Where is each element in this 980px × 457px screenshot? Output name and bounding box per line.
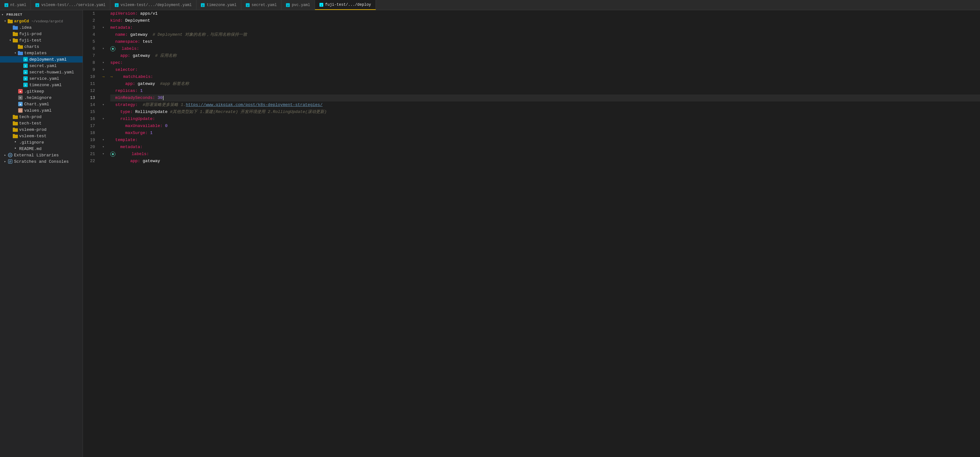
code-white-value: gateway: [135, 80, 155, 88]
sidebar-item-deployment-yaml[interactable]: ⚙deployment.yaml: [0, 56, 83, 62]
code-line-13[interactable]: minReadySeconds: 30: [110, 94, 980, 101]
tab-nt-yaml[interactable]: ynt.yaml: [0, 0, 31, 10]
code-line-11[interactable]: app: gateway #app 标签名称: [110, 80, 980, 88]
code-white-value: RollingUpdate: [133, 109, 167, 115]
sidebar-item-tech-test[interactable]: tech-test: [0, 120, 83, 126]
sidebar-item-secret-huawei-yaml[interactable]: ⚙secret-huawei.yaml: [0, 69, 83, 75]
code-line-17[interactable]: maxUnavailable: 0: [110, 123, 980, 129]
code-key: maxSurge:: [110, 129, 148, 137]
sidebar-external-libraries[interactable]: External Libraries: [0, 152, 83, 158]
sidebar-item-idea[interactable]: .idea: [0, 24, 83, 30]
tab-label-timezone: timezone.yaml: [207, 3, 237, 7]
tab-icon-vsleem-service: y: [35, 3, 39, 7]
tree-arrow-fuji-prod: [8, 31, 13, 37]
code-line-16[interactable]: rollingUpdate:: [110, 115, 980, 123]
editor-cursor: [163, 96, 164, 100]
fold-arrow-14[interactable]: ▾: [102, 101, 104, 109]
sidebar-item-chart-yaml[interactable]: ▦Chart.yaml: [0, 101, 83, 107]
fold-arrow-21[interactable]: ▾: [102, 151, 104, 158]
tree-arrow-tech-prod: [8, 114, 13, 119]
tree-arrow-readme: [8, 146, 13, 151]
code-line-4[interactable]: name: gateway # Deployment 对象的名称，与应用名称保持…: [110, 31, 980, 38]
sidebar-scratches-consoles[interactable]: Scratches and Consoles: [0, 158, 83, 165]
code-line-19[interactable]: template:: [110, 137, 980, 144]
tab-fuji-deploy[interactable]: yfuji-test/.../deploy: [315, 0, 376, 10]
tree-arrow-idea: [8, 25, 13, 30]
sidebar-root[interactable]: argoCd ~/vsdeep/argoCd: [0, 18, 83, 24]
code-line-22[interactable]: app: gateway: [110, 158, 980, 165]
project-label: Project: [6, 13, 22, 17]
code-link[interactable]: https://www.qikqiak.com/post/k8s-deploym…: [186, 101, 323, 109]
scratches-icon: [8, 159, 13, 164]
code-line-20[interactable]: metadata:: [110, 144, 980, 151]
editor-area[interactable]: 12345678910111213141516171819202122 ▾▾▾▾…: [83, 10, 980, 457]
tree-label-helmignore: .helmignore: [24, 96, 52, 100]
code-key: name:: [110, 31, 128, 38]
gutter-14[interactable]: ▾: [99, 101, 108, 109]
fold-arrow-6[interactable]: ▾: [102, 45, 104, 52]
sidebar-item-secret-yaml[interactable]: ⚙secret.yaml: [0, 62, 83, 69]
gutter-20[interactable]: ▾: [99, 144, 108, 151]
gutter-8[interactable]: ▾: [99, 59, 108, 66]
code-line-10[interactable]: → matchLabels:: [110, 74, 980, 80]
fold-arrow-16[interactable]: ▾: [102, 115, 104, 123]
tab-pvc[interactable]: ypvc.yaml: [282, 0, 315, 10]
sidebar-item-gitignore[interactable]: •.gitignore: [0, 139, 83, 145]
sidebar-item-readme[interactable]: •README.md: [0, 145, 83, 152]
sidebar-item-fuji-prod[interactable]: fuji-prod: [0, 30, 83, 37]
code-line-21[interactable]: labels:: [110, 151, 980, 158]
tab-vsleem-service[interactable]: yvsleem-test/.../service.yaml: [31, 0, 110, 10]
code-line-15[interactable]: type: RollingUpdate #其他类型如下 1.重建(Recreat…: [110, 109, 980, 115]
code-key: strategy:: [110, 101, 138, 109]
fold-arrow-19[interactable]: ▾: [102, 137, 104, 144]
code-line-14[interactable]: strategy: #部署策略更多策略 1.https://www.qikqia…: [110, 101, 980, 109]
code-line-18[interactable]: maxSurge: 1: [110, 129, 980, 137]
tree-label-fuji-prod: fuji-prod: [19, 32, 41, 37]
tab-vsleem-deployment[interactable]: yvsleem-test/.../deployment.yaml: [110, 0, 196, 10]
sidebar-item-service-yaml[interactable]: ⚙service.yaml: [0, 75, 83, 82]
tab-secret[interactable]: ysecret.yaml: [241, 0, 282, 10]
gutter-19[interactable]: ▾: [99, 137, 108, 144]
sidebar-item-gitkeep[interactable]: ◆.gitkeep: [0, 88, 83, 94]
sidebar-item-timezone-yaml[interactable]: ⚙timezone.yaml: [0, 82, 83, 88]
sidebar-item-tech-prod[interactable]: tech-prod: [0, 113, 83, 120]
sidebar-item-vsleem-prod[interactable]: vsleem-prod: [0, 126, 83, 133]
fold-arrow-8[interactable]: ▾: [102, 59, 104, 66]
sidebar-item-charts[interactable]: charts: [0, 43, 83, 50]
svg-rect-34: [9, 155, 11, 156]
fold-arrow-20[interactable]: ▾: [102, 144, 104, 151]
sidebar-item-vsleem-test[interactable]: vsleem-test: [0, 133, 83, 139]
code-key: minReadySeconds:: [110, 94, 155, 101]
tree-arrow-fuji-test: [8, 38, 13, 43]
gutter-10[interactable]: →: [99, 74, 108, 80]
code-line-6[interactable]: labels:: [110, 45, 980, 52]
code-line-5[interactable]: namespace: test: [110, 38, 980, 45]
gutter-16[interactable]: ▾: [99, 115, 108, 123]
code-line-7[interactable]: app: gateway # 应用名称: [110, 52, 980, 59]
gutter-21[interactable]: ▾: [99, 151, 108, 158]
svg-text:◆: ◆: [20, 90, 21, 93]
code-space: [148, 31, 153, 38]
code-line-8[interactable]: spec:: [110, 59, 980, 66]
tab-timezone[interactable]: ytimezone.yaml: [196, 0, 241, 10]
project-header[interactable]: Project: [0, 11, 83, 18]
main-layout: Project argoCd ~/vsdeep/argoCd .ideafuji…: [0, 10, 980, 457]
code-line-3[interactable]: metadata:: [110, 24, 980, 31]
tree-arrow-charts: [13, 44, 18, 49]
code-line-2[interactable]: kind: Deployment: [110, 17, 980, 24]
file-icon-fuji-prod: [13, 31, 18, 37]
sidebar-item-templates[interactable]: templates: [0, 50, 83, 56]
code-line-9[interactable]: selector:: [110, 66, 980, 74]
fold-arrow-3[interactable]: ▾: [102, 24, 104, 31]
code-key: maxUnavailable:: [110, 123, 162, 129]
sidebar-item-values-yaml[interactable]: {}values.yaml: [0, 107, 83, 113]
sidebar-item-helmignore[interactable]: ≡.helmignore: [0, 94, 83, 101]
tree-label-gitignore: .gitignore: [19, 140, 44, 145]
gutter-9[interactable]: ▾: [99, 66, 108, 74]
sidebar-item-fuji-test[interactable]: fuji-test: [0, 37, 83, 43]
gutter-6[interactable]: ▾: [99, 45, 108, 52]
gutter-3[interactable]: ▾: [99, 24, 108, 31]
code-line-12[interactable]: replicas: 1: [110, 88, 980, 94]
code-line-1[interactable]: apiVersion: apps/v1: [110, 10, 980, 17]
fold-arrow-9[interactable]: ▾: [102, 66, 104, 74]
